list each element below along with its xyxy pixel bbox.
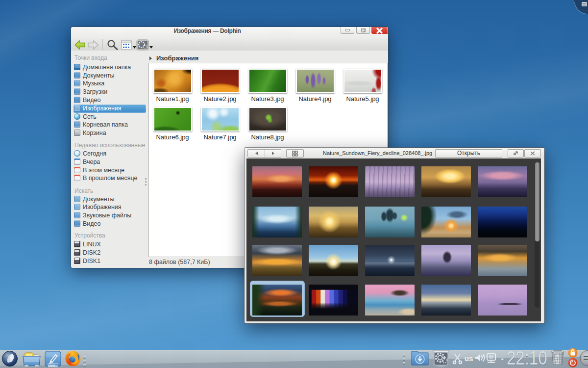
svg-text:us: us [465,354,473,363]
